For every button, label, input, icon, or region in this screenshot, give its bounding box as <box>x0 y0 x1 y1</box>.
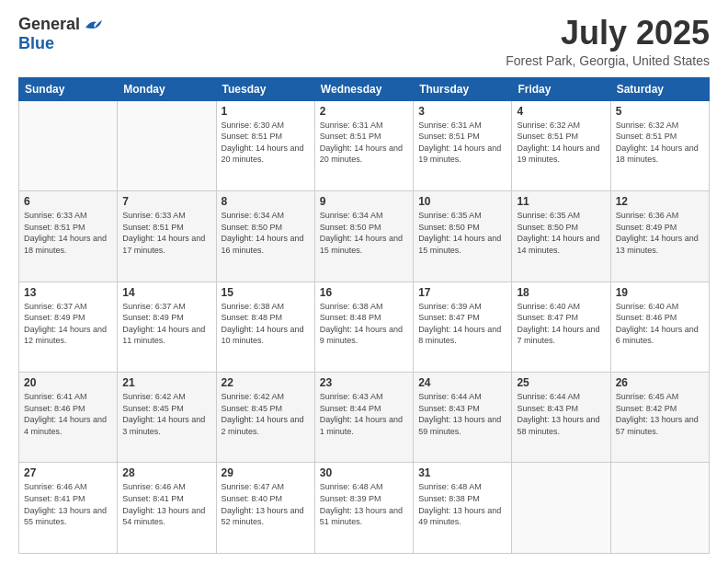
week-row-2: 6Sunrise: 6:33 AM Sunset: 8:51 PM Daylig… <box>19 191 710 282</box>
day-number: 3 <box>418 105 506 118</box>
header: General Blue July 2025 Forest Park, Geor… <box>18 15 710 68</box>
col-saturday: Saturday <box>610 77 709 100</box>
day-number: 17 <box>418 286 506 299</box>
calendar-cell: 26Sunrise: 6:45 AM Sunset: 8:42 PM Dayli… <box>610 373 709 463</box>
calendar-cell <box>118 100 216 190</box>
day-info: Sunrise: 6:47 AM Sunset: 8:40 PM Dayligh… <box>222 481 310 527</box>
day-number: 5 <box>616 105 704 118</box>
calendar-cell: 13Sunrise: 6:37 AM Sunset: 8:49 PM Dayli… <box>19 282 118 372</box>
day-number: 30 <box>320 466 408 479</box>
day-number: 6 <box>24 195 112 208</box>
calendar-cell: 5Sunrise: 6:32 AM Sunset: 8:51 PM Daylig… <box>610 100 709 190</box>
day-info: Sunrise: 6:38 AM Sunset: 8:48 PM Dayligh… <box>320 301 408 347</box>
day-info: Sunrise: 6:46 AM Sunset: 8:41 PM Dayligh… <box>122 481 210 527</box>
calendar-cell: 23Sunrise: 6:43 AM Sunset: 8:44 PM Dayli… <box>314 373 413 463</box>
day-number: 12 <box>616 195 704 208</box>
col-thursday: Thursday <box>414 77 512 100</box>
logo-general-text: General <box>18 15 80 34</box>
day-number: 23 <box>320 376 408 389</box>
day-info: Sunrise: 6:39 AM Sunset: 8:47 PM Dayligh… <box>418 301 506 347</box>
week-row-5: 27Sunrise: 6:46 AM Sunset: 8:41 PM Dayli… <box>19 463 710 554</box>
calendar-cell: 25Sunrise: 6:44 AM Sunset: 8:43 PM Dayli… <box>512 373 610 463</box>
day-number: 25 <box>517 376 605 389</box>
day-info: Sunrise: 6:44 AM Sunset: 8:43 PM Dayligh… <box>517 391 605 437</box>
day-number: 8 <box>222 195 310 208</box>
day-number: 1 <box>222 105 310 118</box>
day-number: 15 <box>222 286 310 299</box>
logo-bird-icon <box>84 17 104 33</box>
calendar-cell: 4Sunrise: 6:32 AM Sunset: 8:51 PM Daylig… <box>512 100 610 190</box>
calendar-cell: 7Sunrise: 6:33 AM Sunset: 8:51 PM Daylig… <box>118 191 216 282</box>
day-info: Sunrise: 6:42 AM Sunset: 8:45 PM Dayligh… <box>122 391 210 437</box>
calendar-cell: 1Sunrise: 6:30 AM Sunset: 8:51 PM Daylig… <box>216 100 314 190</box>
calendar-table: Sunday Monday Tuesday Wednesday Thursday… <box>18 77 710 554</box>
calendar-cell: 11Sunrise: 6:35 AM Sunset: 8:50 PM Dayli… <box>512 191 610 282</box>
day-number: 16 <box>320 286 408 299</box>
calendar-cell: 10Sunrise: 6:35 AM Sunset: 8:50 PM Dayli… <box>414 191 512 282</box>
calendar-cell: 22Sunrise: 6:42 AM Sunset: 8:45 PM Dayli… <box>216 373 314 463</box>
day-info: Sunrise: 6:46 AM Sunset: 8:41 PM Dayligh… <box>24 481 112 527</box>
day-info: Sunrise: 6:38 AM Sunset: 8:48 PM Dayligh… <box>222 301 310 347</box>
day-info: Sunrise: 6:33 AM Sunset: 8:51 PM Dayligh… <box>122 210 210 256</box>
col-wednesday: Wednesday <box>314 77 413 100</box>
day-info: Sunrise: 6:32 AM Sunset: 8:51 PM Dayligh… <box>517 120 605 166</box>
day-number: 14 <box>122 286 210 299</box>
col-monday: Monday <box>118 77 216 100</box>
main-title: July 2025 <box>506 15 710 52</box>
day-number: 11 <box>517 195 605 208</box>
day-number: 2 <box>320 105 408 118</box>
calendar-cell <box>512 463 610 554</box>
day-number: 24 <box>418 376 506 389</box>
calendar-cell <box>19 100 118 190</box>
day-number: 28 <box>122 466 210 479</box>
calendar-cell: 15Sunrise: 6:38 AM Sunset: 8:48 PM Dayli… <box>216 282 314 372</box>
day-info: Sunrise: 6:42 AM Sunset: 8:45 PM Dayligh… <box>222 391 310 437</box>
day-number: 21 <box>122 376 210 389</box>
day-info: Sunrise: 6:48 AM Sunset: 8:38 PM Dayligh… <box>418 481 506 527</box>
day-number: 13 <box>24 286 112 299</box>
calendar-cell: 14Sunrise: 6:37 AM Sunset: 8:49 PM Dayli… <box>118 282 216 372</box>
day-info: Sunrise: 6:35 AM Sunset: 8:50 PM Dayligh… <box>418 210 506 256</box>
day-number: 22 <box>222 376 310 389</box>
calendar-cell: 29Sunrise: 6:47 AM Sunset: 8:40 PM Dayli… <box>216 463 314 554</box>
day-info: Sunrise: 6:40 AM Sunset: 8:46 PM Dayligh… <box>616 301 704 347</box>
day-number: 26 <box>616 376 704 389</box>
day-number: 7 <box>122 195 210 208</box>
calendar-cell: 31Sunrise: 6:48 AM Sunset: 8:38 PM Dayli… <box>414 463 512 554</box>
day-info: Sunrise: 6:35 AM Sunset: 8:50 PM Dayligh… <box>517 210 605 256</box>
week-row-1: 1Sunrise: 6:30 AM Sunset: 8:51 PM Daylig… <box>19 100 710 190</box>
day-info: Sunrise: 6:30 AM Sunset: 8:51 PM Dayligh… <box>222 120 310 166</box>
calendar-cell <box>610 463 709 554</box>
day-number: 20 <box>24 376 112 389</box>
calendar-cell: 24Sunrise: 6:44 AM Sunset: 8:43 PM Dayli… <box>414 373 512 463</box>
calendar-cell: 12Sunrise: 6:36 AM Sunset: 8:49 PM Dayli… <box>610 191 709 282</box>
calendar-cell: 9Sunrise: 6:34 AM Sunset: 8:50 PM Daylig… <box>314 191 413 282</box>
calendar-cell: 20Sunrise: 6:41 AM Sunset: 8:46 PM Dayli… <box>19 373 118 463</box>
calendar-cell: 19Sunrise: 6:40 AM Sunset: 8:46 PM Dayli… <box>610 282 709 372</box>
day-info: Sunrise: 6:40 AM Sunset: 8:47 PM Dayligh… <box>517 301 605 347</box>
col-sunday: Sunday <box>19 77 118 100</box>
calendar-cell: 28Sunrise: 6:46 AM Sunset: 8:41 PM Dayli… <box>118 463 216 554</box>
day-number: 9 <box>320 195 408 208</box>
calendar-cell: 17Sunrise: 6:39 AM Sunset: 8:47 PM Dayli… <box>414 282 512 372</box>
day-number: 29 <box>222 466 310 479</box>
day-info: Sunrise: 6:31 AM Sunset: 8:51 PM Dayligh… <box>320 120 408 166</box>
day-info: Sunrise: 6:48 AM Sunset: 8:39 PM Dayligh… <box>320 481 408 527</box>
day-number: 31 <box>418 466 506 479</box>
day-info: Sunrise: 6:33 AM Sunset: 8:51 PM Dayligh… <box>24 210 112 256</box>
day-number: 10 <box>418 195 506 208</box>
day-number: 27 <box>24 466 112 479</box>
calendar-cell: 21Sunrise: 6:42 AM Sunset: 8:45 PM Dayli… <box>118 373 216 463</box>
calendar-cell: 16Sunrise: 6:38 AM Sunset: 8:48 PM Dayli… <box>314 282 413 372</box>
day-info: Sunrise: 6:34 AM Sunset: 8:50 PM Dayligh… <box>222 210 310 256</box>
day-info: Sunrise: 6:41 AM Sunset: 8:46 PM Dayligh… <box>24 391 112 437</box>
day-number: 19 <box>616 286 704 299</box>
calendar-cell: 18Sunrise: 6:40 AM Sunset: 8:47 PM Dayli… <box>512 282 610 372</box>
day-info: Sunrise: 6:36 AM Sunset: 8:49 PM Dayligh… <box>616 210 704 256</box>
calendar-cell: 2Sunrise: 6:31 AM Sunset: 8:51 PM Daylig… <box>314 100 413 190</box>
calendar-cell: 27Sunrise: 6:46 AM Sunset: 8:41 PM Dayli… <box>19 463 118 554</box>
day-info: Sunrise: 6:44 AM Sunset: 8:43 PM Dayligh… <box>418 391 506 437</box>
calendar-header-row: Sunday Monday Tuesday Wednesday Thursday… <box>19 77 710 100</box>
logo: General Blue <box>18 15 104 53</box>
page: General Blue July 2025 Forest Park, Geor… <box>0 0 728 563</box>
